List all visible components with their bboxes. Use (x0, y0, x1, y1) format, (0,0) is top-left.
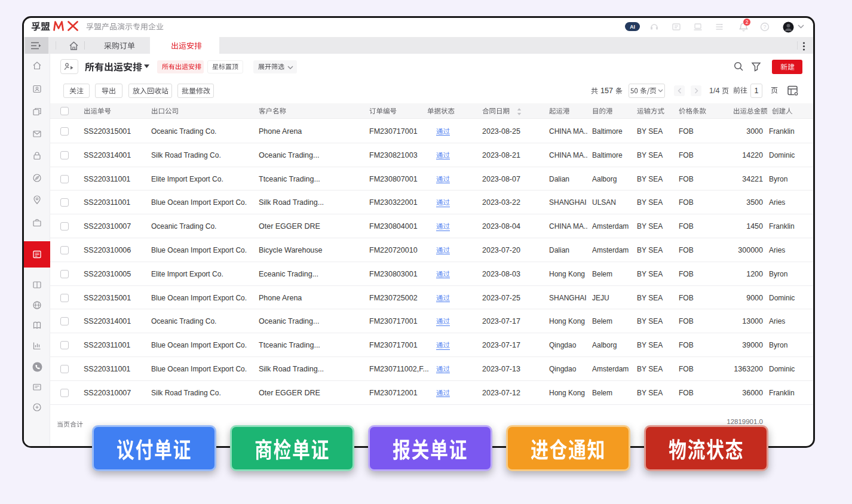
svg-text:?: ? (763, 24, 766, 30)
